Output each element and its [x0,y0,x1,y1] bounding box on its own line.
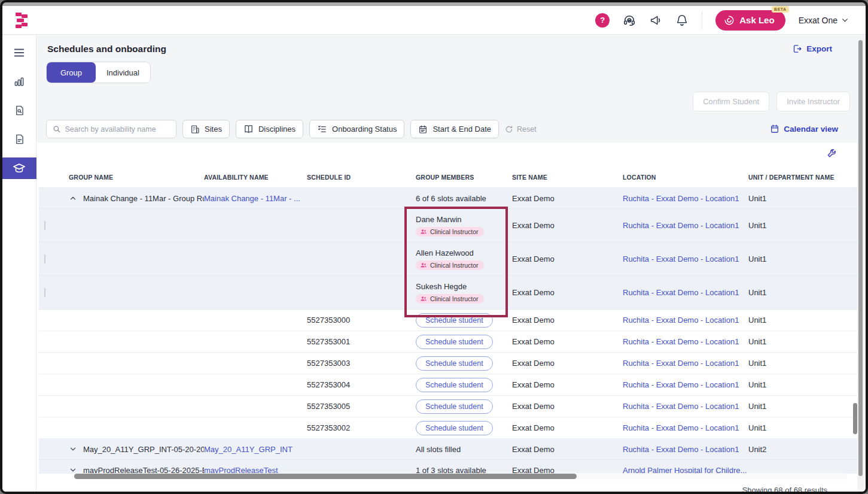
slots-status: All slots filled [416,445,512,454]
ask-leo-button[interactable]: Ask Leo BETA [715,10,785,31]
location-link[interactable]: Ruchita - Exxat Demo - Location1 [623,402,739,411]
chevron-up-icon[interactable] [69,194,77,202]
group-name-cell: Mainak Change - 11Mar - Group Ru [69,194,204,203]
location-link[interactable]: Ruchita - Exxat Demo - Location1 [623,380,739,389]
location-link[interactable]: Ruchita - Exxat Demo - Location1 [623,221,739,230]
schedule-action-cell: Schedule student [416,378,512,392]
schedule-id-cell: 5527353004 [307,380,416,389]
leo-spark-icon [724,15,735,26]
location-link[interactable]: Ruchita - Exxat Demo - Location1 [623,359,739,368]
people-icon [420,295,427,302]
site-name-cell: Exxat Demo [512,359,623,368]
sidebar-item-schedules-onboarding[interactable] [2,157,36,179]
row-select-cell [39,423,69,432]
table-row: mayProdReleaseTest-05-26-2025-EmayProdRe… [39,460,857,474]
schedule-student-button[interactable]: Schedule student [416,378,493,392]
calendar-view-label: Calendar view [784,125,838,134]
horizontal-scrollbar-thumb[interactable] [74,474,577,479]
horizontal-scrollbar[interactable] [73,473,848,480]
schedule-action-cell: Schedule student [416,421,512,435]
availability-link[interactable]: mayProdReleaseTest [204,466,307,474]
unit-cell: Unit1 [748,316,857,325]
availability-link[interactable]: Mainak Change - 11Mar - ... [204,194,307,203]
refresh-icon [505,125,513,134]
schedule-student-button[interactable]: Schedule student [416,313,493,328]
table-header: GROUP NAMEAVAILABILITY NAMESCHEDULE IDGR… [39,167,857,188]
schedule-action-cell: Schedule student [416,356,512,371]
table-row: 5527353003Schedule studentExxat DemoRuch… [39,353,857,374]
member-cell: Dane MarwinClinical Instructor [416,215,512,237]
notifications-bell-icon[interactable] [675,14,689,27]
location-link[interactable]: Ruchita - Exxat Demo - Location1 [623,337,739,346]
table-row: 5527353001Schedule studentExxat DemoRuch… [39,331,857,353]
chevron-down-icon[interactable] [69,445,77,453]
reset-filters-button[interactable]: Reset [505,125,537,134]
location-cell: Ruchita - Exxat Demo - Location1 [623,337,748,346]
announcement-megaphone-icon[interactable] [649,14,662,27]
location-link[interactable]: Ruchita - Exxat Demo - Location1 [623,288,739,297]
slots-status: 6 of 6 slots available [416,194,512,203]
location-cell: Ruchita - Exxat Demo - Location1 [623,402,748,411]
sidebar-item-search-documents[interactable] [2,100,36,120]
row-select-cell [39,380,69,389]
search-input[interactable] [65,125,170,134]
account-menu[interactable]: Exxat One [799,16,849,25]
location-link[interactable]: Ruchita - Exxat Demo - Location1 [623,423,739,432]
schedule-student-button[interactable]: Schedule student [416,335,493,349]
location-link[interactable]: Ruchita - Exxat Demo - Location1 [623,445,739,454]
filter-start-end-date[interactable]: Start & End Date [410,120,499,138]
schedule-student-button[interactable]: Schedule student [416,399,493,414]
schedules-table-card: GROUP NAMEAVAILABILITY NAMESCHEDULE IDGR… [36,143,857,492]
table-row: 5527353005Schedule studentExxat DemoRuch… [39,396,857,417]
filter-sites[interactable]: Sites [182,120,230,138]
row-select-cell [39,359,69,368]
row-checkbox[interactable] [44,254,45,263]
grad-cap-icon [13,162,26,175]
top-bar: ? [2,6,866,35]
window-vertical-scrollbar-thumb[interactable] [858,40,863,476]
location-cell: Ruchita - Exxat Demo - Location1 [623,288,748,297]
row-select-cell [39,316,69,325]
support-headset-icon[interactable] [623,14,636,27]
row-select-cell [39,402,69,411]
ask-leo-label: Ask Leo [739,15,774,25]
availability-search[interactable] [46,120,176,138]
filter-disciplines[interactable]: Disciplines [236,120,303,138]
row-checkbox[interactable] [44,288,45,297]
location-link[interactable]: Ruchita - Exxat Demo - Location1 [623,254,739,263]
book-icon [243,124,254,134]
beta-badge: BETA [772,6,789,13]
column-settings-wrench-icon[interactable] [827,147,838,160]
site-name-cell: Exxat Demo [512,221,623,230]
schedule-id-cell: 5527353002 [307,423,416,432]
role-badge: Clinical Instructor [416,260,484,270]
filter-onboarding-status[interactable]: Onboarding Status [309,120,404,138]
column-header-3: GROUP MEMBERS [416,174,512,181]
sidebar-item-reports[interactable] [2,129,36,149]
location-link[interactable]: Arnold Palmer Hospital for Childre... [623,466,747,474]
calendar-view-link[interactable]: Calendar view [770,124,838,134]
sidebar-item-menu-toggle[interactable] [2,43,36,63]
location-cell: Ruchita - Exxat Demo - Location1 [623,194,748,203]
tab-group[interactable]: Group [47,62,96,83]
group-name-cell: May_20_A11Y_GRP_INT-05-20-202 [69,445,204,454]
sidebar-item-analytics[interactable] [2,71,36,92]
location-link[interactable]: Ruchita - Exxat Demo - Location1 [623,194,739,203]
schedule-student-button[interactable]: Schedule student [416,421,493,435]
help-icon[interactable]: ? [595,13,610,28]
row-checkbox[interactable] [44,221,45,230]
tab-individual[interactable]: Individual [96,62,150,83]
schedule-id-cell: 5527353003 [307,359,416,368]
slots-status: 1 of 3 slots available [416,466,512,474]
schedule-action-cell: Schedule student [416,399,512,414]
doc-search-icon [14,105,25,116]
table-vertical-scrollbar-thumb[interactable] [853,403,857,434]
export-button[interactable]: Export [792,44,832,54]
reset-label: Reset [517,125,537,134]
schedule-student-button[interactable]: Schedule student [416,356,493,371]
checklist-icon [317,124,327,134]
availability-link[interactable]: May_20_A11Y_GRP_INT [204,445,307,454]
window-vertical-scrollbar[interactable] [858,39,863,488]
table-row: 5527353000Schedule studentExxat DemoRuch… [39,310,857,331]
location-link[interactable]: Ruchita - Exxat Demo - Location1 [623,316,739,325]
